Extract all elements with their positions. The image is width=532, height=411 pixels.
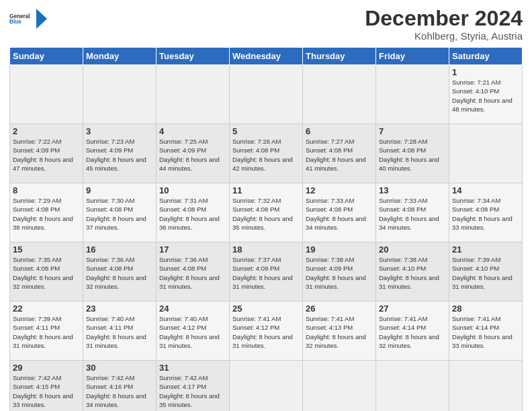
cell-w4-d1: 23Sunrise: 7:40 AMSunset: 4:11 PMDayligh… — [83, 302, 157, 361]
calendar-week-1: 2Sunrise: 7:22 AMSunset: 4:09 PMDaylight… — [10, 124, 523, 183]
cell-w2-d5: 13Sunrise: 7:33 AMSunset: 4:08 PMDayligh… — [376, 183, 449, 242]
page-container: General Blue December 2024 Kohlberg, Sty… — [0, 0, 532, 411]
day-number: 17 — [159, 244, 226, 255]
cell-w2-d6: 14Sunrise: 7:34 AMSunset: 4:08 PMDayligh… — [449, 183, 523, 242]
calendar-week-4: 22Sunrise: 7:39 AMSunset: 4:11 PMDayligh… — [10, 302, 523, 361]
cell-w0-d5 — [376, 65, 449, 124]
day-info: Sunrise: 7:39 AMSunset: 4:10 PMDaylight:… — [452, 255, 519, 291]
day-info: Sunrise: 7:33 AMSunset: 4:08 PMDaylight:… — [306, 196, 373, 232]
day-info: Sunrise: 7:42 AMSunset: 4:16 PMDaylight:… — [86, 373, 153, 409]
day-info: Sunrise: 7:28 AMSunset: 4:08 PMDaylight:… — [379, 137, 446, 173]
logo: General Blue — [9, 7, 47, 31]
day-number: 31 — [159, 363, 226, 373]
day-number: 27 — [379, 304, 446, 314]
day-info: Sunrise: 7:29 AMSunset: 4:08 PMDaylight:… — [13, 196, 80, 232]
day-info: Sunrise: 7:27 AMSunset: 4:08 PMDaylight:… — [306, 137, 373, 173]
cell-w1-d6 — [449, 124, 523, 183]
day-info: Sunrise: 7:37 AMSunset: 4:09 PMDaylight:… — [232, 255, 300, 291]
cell-w3-d2: 17Sunrise: 7:36 AMSunset: 4:08 PMDayligh… — [157, 242, 230, 302]
day-info: Sunrise: 7:36 AMSunset: 4:08 PMDaylight:… — [86, 255, 153, 291]
calendar-week-2: 8Sunrise: 7:29 AMSunset: 4:08 PMDaylight… — [10, 183, 523, 242]
day-info: Sunrise: 7:41 AMSunset: 4:13 PMDaylight:… — [306, 314, 373, 350]
cell-w3-d4: 19Sunrise: 7:38 AMSunset: 4:09 PMDayligh… — [303, 242, 376, 302]
day-number: 12 — [306, 185, 373, 195]
cell-w2-d3: 11Sunrise: 7:32 AMSunset: 4:08 PMDayligh… — [230, 183, 303, 242]
cell-w4-d0: 22Sunrise: 7:39 AMSunset: 4:11 PMDayligh… — [10, 302, 83, 361]
day-number: 5 — [232, 126, 300, 136]
day-number: 4 — [159, 126, 226, 136]
cell-w3-d5: 20Sunrise: 7:38 AMSunset: 4:10 PMDayligh… — [376, 242, 449, 302]
logo-arrow-icon — [36, 9, 47, 29]
day-info: Sunrise: 7:26 AMSunset: 4:08 PMDaylight:… — [232, 137, 300, 173]
day-number: 6 — [306, 126, 373, 136]
cell-w2-d1: 9Sunrise: 7:30 AMSunset: 4:08 PMDaylight… — [83, 183, 157, 242]
day-info: Sunrise: 7:33 AMSunset: 4:08 PMDaylight:… — [379, 196, 446, 232]
day-info: Sunrise: 7:40 AMSunset: 4:12 PMDaylight:… — [159, 314, 226, 350]
day-number: 26 — [306, 304, 373, 314]
day-number: 29 — [13, 363, 80, 373]
day-number: 30 — [86, 363, 153, 373]
col-wednesday: Wednesday — [230, 48, 303, 65]
day-info: Sunrise: 7:41 AMSunset: 4:14 PMDaylight:… — [452, 314, 519, 350]
page-title: December 2024 — [365, 7, 523, 30]
day-info: Sunrise: 7:40 AMSunset: 4:11 PMDaylight:… — [86, 314, 153, 350]
day-info: Sunrise: 7:21 AMSunset: 4:10 PMDaylight:… — [452, 78, 519, 113]
day-info: Sunrise: 7:38 AMSunset: 4:09 PMDaylight:… — [306, 255, 373, 291]
calendar-body: 1Sunrise: 7:21 AMSunset: 4:10 PMDaylight… — [10, 65, 523, 411]
cell-w2-d4: 12Sunrise: 7:33 AMSunset: 4:08 PMDayligh… — [303, 183, 376, 242]
day-info: Sunrise: 7:42 AMSunset: 4:17 PMDaylight:… — [159, 373, 226, 409]
cell-w5-d1: 30Sunrise: 7:42 AMSunset: 4:16 PMDayligh… — [83, 361, 157, 411]
day-number: 9 — [86, 185, 153, 195]
day-info: Sunrise: 7:22 AMSunset: 4:09 PMDaylight:… — [13, 137, 80, 173]
cell-w0-d1 — [83, 65, 157, 124]
col-friday: Friday — [376, 48, 449, 65]
calendar-table: Sunday Monday Tuesday Wednesday Thursday… — [9, 47, 523, 411]
svg-marker-2 — [36, 9, 47, 29]
calendar-week-5: 29Sunrise: 7:42 AMSunset: 4:15 PMDayligh… — [10, 361, 523, 411]
cell-w4-d6: 28Sunrise: 7:41 AMSunset: 4:14 PMDayligh… — [449, 302, 523, 361]
calendar-header: Sunday Monday Tuesday Wednesday Thursday… — [10, 48, 523, 65]
day-number: 16 — [86, 244, 153, 255]
day-number: 15 — [13, 244, 80, 255]
cell-w0-d6: 1Sunrise: 7:21 AMSunset: 4:10 PMDaylight… — [449, 65, 523, 124]
day-number: 11 — [232, 185, 300, 195]
cell-w0-d2 — [157, 65, 230, 124]
cell-w2-d2: 10Sunrise: 7:31 AMSunset: 4:08 PMDayligh… — [157, 183, 230, 242]
cell-w1-d2: 4Sunrise: 7:25 AMSunset: 4:09 PMDaylight… — [157, 124, 230, 183]
cell-w1-d3: 5Sunrise: 7:26 AMSunset: 4:08 PMDaylight… — [230, 124, 303, 183]
day-info: Sunrise: 7:31 AMSunset: 4:08 PMDaylight:… — [159, 196, 226, 232]
cell-w0-d3 — [230, 65, 303, 124]
cell-w3-d3: 18Sunrise: 7:37 AMSunset: 4:09 PMDayligh… — [230, 242, 303, 302]
day-info: Sunrise: 7:41 AMSunset: 4:14 PMDaylight:… — [379, 314, 446, 350]
col-thursday: Thursday — [303, 48, 376, 65]
day-info: Sunrise: 7:32 AMSunset: 4:08 PMDaylight:… — [232, 196, 300, 232]
day-number: 21 — [452, 244, 519, 255]
day-info: Sunrise: 7:41 AMSunset: 4:12 PMDaylight:… — [232, 314, 300, 350]
cell-w1-d5: 7Sunrise: 7:28 AMSunset: 4:08 PMDaylight… — [376, 124, 449, 183]
day-number: 24 — [159, 304, 226, 314]
day-number: 1 — [452, 67, 519, 77]
day-number: 20 — [379, 244, 446, 255]
cell-w5-d4 — [303, 361, 376, 411]
day-info: Sunrise: 7:36 AMSunset: 4:08 PMDaylight:… — [159, 255, 226, 291]
cell-w3-d0: 15Sunrise: 7:35 AMSunset: 4:08 PMDayligh… — [10, 242, 83, 302]
day-info: Sunrise: 7:42 AMSunset: 4:15 PMDaylight:… — [13, 373, 80, 409]
cell-w3-d1: 16Sunrise: 7:36 AMSunset: 4:08 PMDayligh… — [83, 242, 157, 302]
svg-text:General: General — [9, 13, 30, 19]
cell-w5-d3 — [230, 361, 303, 411]
day-info: Sunrise: 7:34 AMSunset: 4:08 PMDaylight:… — [452, 196, 519, 232]
cell-w4-d4: 26Sunrise: 7:41 AMSunset: 4:13 PMDayligh… — [303, 302, 376, 361]
cell-w5-d2: 31Sunrise: 7:42 AMSunset: 4:17 PMDayligh… — [157, 361, 230, 411]
calendar-week-0: 1Sunrise: 7:21 AMSunset: 4:10 PMDaylight… — [10, 65, 523, 124]
day-info: Sunrise: 7:39 AMSunset: 4:11 PMDaylight:… — [13, 314, 80, 350]
day-number: 25 — [232, 304, 300, 314]
cell-w1-d1: 3Sunrise: 7:23 AMSunset: 4:09 PMDaylight… — [83, 124, 157, 183]
day-number: 10 — [159, 185, 226, 195]
cell-w5-d5 — [376, 361, 449, 411]
cell-w2-d0: 8Sunrise: 7:29 AMSunset: 4:08 PMDaylight… — [10, 183, 83, 242]
day-number: 23 — [86, 304, 153, 314]
header: General Blue December 2024 Kohlberg, Sty… — [9, 7, 523, 42]
day-number: 7 — [379, 126, 446, 136]
day-number: 13 — [379, 185, 446, 195]
day-info: Sunrise: 7:25 AMSunset: 4:09 PMDaylight:… — [159, 137, 226, 173]
